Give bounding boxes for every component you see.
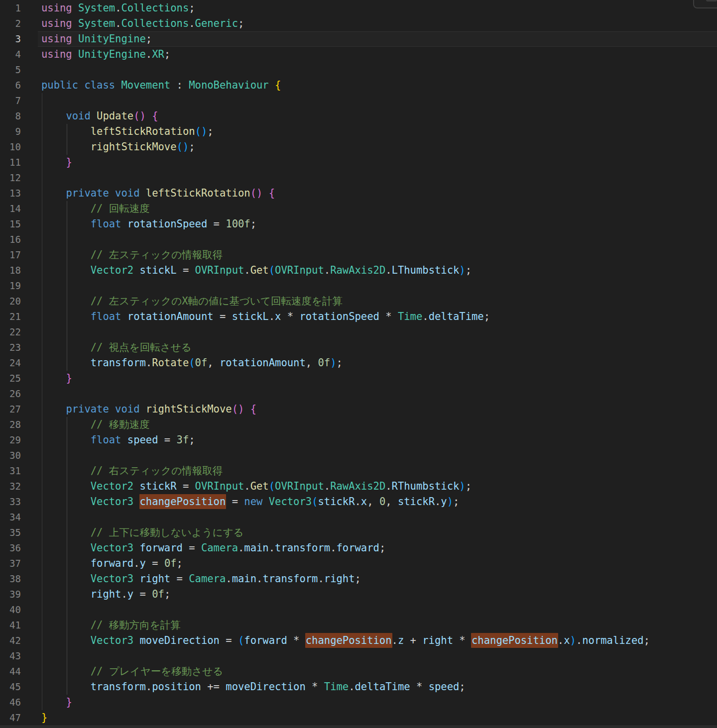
code-line[interactable]: 43	[0, 648, 717, 664]
code-line[interactable]: 42 Vector3 moveDirection = (forward * ch…	[0, 633, 717, 648]
code-line[interactable]: 22	[0, 324, 717, 340]
line-number[interactable]: 24	[0, 355, 21, 371]
code-line[interactable]: 6public class Movement : MonoBehaviour {	[0, 78, 717, 93]
code-line[interactable]: 19	[0, 278, 717, 294]
code-line[interactable]: 1using System.Collections;	[0, 0, 717, 16]
code-line[interactable]: 4using UnityEngine.XR;	[0, 47, 717, 62]
line-number[interactable]: 10	[0, 139, 21, 155]
code-line[interactable]: 23 // 視点を回転させる	[0, 340, 717, 355]
line-number[interactable]: 5	[0, 62, 21, 78]
code-line[interactable]: 9 leftStickRotation();	[0, 124, 717, 139]
line-number[interactable]: 4	[0, 47, 21, 62]
line-number[interactable]: 39	[0, 587, 21, 602]
line-number[interactable]: 19	[0, 278, 21, 294]
line-number[interactable]: 37	[0, 556, 21, 571]
line-number[interactable]: 46	[0, 695, 21, 710]
code-line[interactable]: 28 // 移動速度	[0, 417, 717, 432]
line-number[interactable]: 36	[0, 540, 21, 556]
token-b3: )	[447, 496, 453, 508]
line-number[interactable]: 7	[0, 93, 21, 108]
code-line[interactable]: 10 rightStickMove();	[0, 139, 717, 155]
code-line[interactable]: 5	[0, 62, 717, 78]
code-line[interactable]: 8 void Update() {	[0, 108, 717, 124]
code-line[interactable]: 14 // 回転速度	[0, 201, 717, 216]
line-number[interactable]: 13	[0, 186, 21, 201]
line-number[interactable]: 18	[0, 263, 21, 278]
code-line[interactable]: 27 private void rightStickMove() {	[0, 402, 717, 417]
code-line[interactable]: 26	[0, 386, 717, 402]
code-line[interactable]: 41 // 移動方向を計算	[0, 618, 717, 633]
line-number[interactable]: 34	[0, 510, 21, 525]
line-number[interactable]: 20	[0, 294, 21, 309]
line-number[interactable]: 22	[0, 324, 21, 340]
line-number[interactable]: 16	[0, 232, 21, 247]
code-line[interactable]: 18 Vector2 stickL = OVRInput.Get(OVRInpu…	[0, 263, 717, 278]
code-line[interactable]: 40	[0, 602, 717, 618]
line-number[interactable]: 21	[0, 309, 21, 324]
token-ws	[41, 465, 91, 477]
line-number[interactable]: 38	[0, 571, 21, 587]
line-number[interactable]: 42	[0, 633, 21, 648]
code-line[interactable]: 7	[0, 93, 717, 108]
code-line[interactable]: 16	[0, 232, 717, 247]
code-line[interactable]: 46 }	[0, 695, 717, 710]
code-line[interactable]: 30	[0, 448, 717, 463]
code-editor[interactable]: 1using System.Collections;2using System.…	[0, 0, 717, 728]
line-number[interactable]: 2	[0, 16, 21, 31]
code-line[interactable]: 25 }	[0, 371, 717, 386]
line-number[interactable]: 45	[0, 679, 21, 695]
line-number[interactable]: 41	[0, 618, 21, 633]
line-number[interactable]: 3	[0, 31, 21, 47]
code-line[interactable]: 15 float rotationSpeed = 100f;	[0, 216, 717, 232]
code-line[interactable]: 20 // 左スティックのX軸の値に基づいて回転速度を計算	[0, 294, 717, 309]
code-line[interactable]: 37 forward.y = 0f;	[0, 556, 717, 571]
code-line[interactable]: 47}	[0, 710, 717, 726]
line-number[interactable]: 15	[0, 216, 21, 232]
code-line[interactable]: 3using UnityEngine;	[0, 31, 717, 47]
line-number[interactable]: 8	[0, 108, 21, 124]
line-number[interactable]: 26	[0, 386, 21, 402]
code-line[interactable]: 31 // 右スティックの情報取得	[0, 463, 717, 479]
code-line[interactable]: 13 private void leftStickRotation() {	[0, 186, 717, 201]
code-line[interactable]: 33 Vector3 changePosition = new Vector3(…	[0, 494, 717, 510]
line-number[interactable]: 44	[0, 664, 21, 679]
line-number[interactable]: 30	[0, 448, 21, 463]
code-text: Vector2 stickL = OVRInput.Get(OVRInput.R…	[41, 263, 472, 278]
line-number[interactable]: 14	[0, 201, 21, 216]
line-number[interactable]: 28	[0, 417, 21, 432]
line-number[interactable]: 29	[0, 432, 21, 448]
code-line[interactable]: 38 Vector3 right = Camera.main.transform…	[0, 571, 717, 587]
line-number[interactable]: 25	[0, 371, 21, 386]
code-line[interactable]: 11 }	[0, 155, 717, 170]
line-number[interactable]: 17	[0, 247, 21, 263]
line-number[interactable]: 33	[0, 494, 21, 510]
line-number[interactable]: 32	[0, 479, 21, 494]
code-line[interactable]: 2using System.Collections.Generic;	[0, 16, 717, 31]
code-line[interactable]: 32 Vector2 stickR = OVRInput.Get(OVRInpu…	[0, 479, 717, 494]
line-number[interactable]: 1	[0, 0, 21, 16]
line-number[interactable]: 23	[0, 340, 21, 355]
editor-overlay-button[interactable]	[706, 0, 717, 1]
line-number[interactable]: 11	[0, 155, 21, 170]
code-line[interactable]: 39 right.y = 0f;	[0, 587, 717, 602]
line-number[interactable]: 40	[0, 602, 21, 618]
code-line[interactable]: 35 // 上下に移動しないようにする	[0, 525, 717, 540]
line-number[interactable]: 6	[0, 78, 21, 93]
line-number[interactable]: 31	[0, 463, 21, 479]
code-line[interactable]: 45 transform.position += moveDirection *…	[0, 679, 717, 695]
line-number[interactable]: 12	[0, 170, 21, 186]
line-number[interactable]: 43	[0, 648, 21, 664]
line-number[interactable]: 35	[0, 525, 21, 540]
line-number[interactable]: 47	[0, 710, 21, 726]
line-number[interactable]: 27	[0, 402, 21, 417]
code-line[interactable]: 24 transform.Rotate(0f, rotationAmount, …	[0, 355, 717, 371]
editor-overlay-widget[interactable]	[693, 0, 717, 8]
code-line[interactable]: 12	[0, 170, 717, 186]
line-number[interactable]: 9	[0, 124, 21, 139]
code-line[interactable]: 21 float rotationAmount = stickL.x * rot…	[0, 309, 717, 324]
code-line[interactable]: 44 // プレイヤーを移動させる	[0, 664, 717, 679]
code-line[interactable]: 17 // 左スティックの情報取得	[0, 247, 717, 263]
code-line[interactable]: 34	[0, 510, 717, 525]
code-line[interactable]: 36 Vector3 forward = Camera.main.transfo…	[0, 540, 717, 556]
code-line[interactable]: 29 float speed = 3f;	[0, 432, 717, 448]
